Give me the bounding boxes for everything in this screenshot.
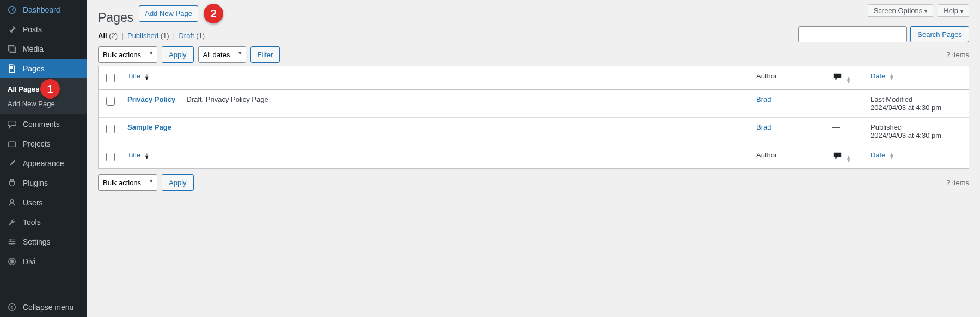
filter-all-count: (2) [109,32,118,40]
column-comments-foot[interactable]: ▲▼ [827,145,865,168]
sidebar-item-divi[interactable]: Divi [0,252,87,271]
items-count-top: 2 items [946,51,969,59]
column-title[interactable]: Title ▲▼ [122,66,751,90]
sidebar-item-posts[interactable]: Posts [0,20,87,39]
sidebar-item-tools[interactable]: Tools [0,212,87,232]
search-box: Search Pages [798,26,969,42]
sort-icon: ▲▼ [846,77,852,83]
brush-icon [7,158,17,169]
sidebar-item-media[interactable]: Media [0,39,87,59]
sidebar-item-pages[interactable]: Pages [0,59,87,78]
search-input[interactable] [798,26,907,42]
bulk-actions-select-top[interactable]: Bulk actions [98,46,157,63]
collapse-menu[interactable]: Collapse menu [0,297,87,317]
user-icon [7,197,17,208]
sidebar-item-projects[interactable]: Projects [0,134,87,154]
row-title-link[interactable]: Sample Page [127,123,171,131]
collapse-icon [7,302,17,313]
row-comments: — [827,90,865,117]
sidebar-subitem-add-new[interactable]: Add New Page [0,96,87,111]
column-author-foot: Author [751,145,827,168]
admin-sidebar: Dashboard Posts Media Pages All Pages 1 … [0,0,87,317]
filter-published-count: (1) [161,32,169,40]
filter-all[interactable]: All [98,32,107,40]
row-date-value: 2024/04/03 at 4:30 pm [871,131,963,139]
chevron-down-icon [960,7,963,15]
page-title: Pages [98,5,133,27]
add-new-page-button[interactable]: Add New Page [139,5,198,22]
chevron-down-icon [924,7,927,15]
plug-icon [7,178,17,188]
bulk-actions-select-bottom[interactable]: Bulk actions [98,174,157,191]
sidebar-item-label: Divi [23,257,35,266]
sidebar-item-label: Pages [23,64,45,73]
apply-button-bottom[interactable]: Apply [162,174,194,191]
sidebar-item-label: Tools [23,218,41,227]
sidebar-item-dashboard[interactable]: Dashboard [0,0,87,20]
sidebar-item-label: Dashboard [23,5,60,14]
svg-point-3 [11,243,13,245]
pin-icon [7,24,17,35]
date-filter-select[interactable]: All dates [198,46,246,63]
svg-point-1 [10,239,11,241]
tablenav-top: Bulk actions Apply All dates Filter 2 it… [98,46,969,63]
sidebar-item-settings[interactable]: Settings [0,232,87,252]
column-title-foot[interactable]: Title ▲▼ [122,145,751,168]
select-all-top[interactable] [106,74,115,82]
gauge-icon [7,4,17,15]
search-pages-button[interactable]: Search Pages [910,26,969,42]
column-date[interactable]: Date ▲▼ [865,66,969,90]
sidebar-submenu-pages: All Pages 1 Add New Page [0,78,87,114]
row-date-status: Published [871,123,963,131]
sidebar-item-plugins[interactable]: Plugins [0,173,87,193]
filter-button[interactable]: Filter [250,46,280,63]
help-label: Help [944,7,958,15]
row-date-value: 2024/04/03 at 4:30 pm [871,103,963,112]
sidebar-item-label: Media [23,45,44,53]
screen-options-label: Screen Options [874,7,923,15]
sort-icon: ▲▼ [144,153,150,159]
row-title-link[interactable]: Privacy Policy [127,95,175,103]
sidebar-item-comments[interactable]: Comments [0,114,87,134]
column-comments[interactable]: ▲▼ [827,66,865,90]
divi-icon [7,256,17,267]
row-checkbox[interactable] [106,97,115,106]
comment-icon [832,72,842,82]
collapse-label: Collapse menu [23,303,74,312]
filter-draft[interactable]: Draft [179,32,194,40]
sidebar-item-label: Projects [23,139,51,148]
sidebar-item-label: Appearance [23,159,64,168]
sidebar-item-users[interactable]: Users [0,193,87,212]
sidebar-subitem-label: Add New Page [8,100,55,108]
media-icon [7,44,17,54]
sidebar-item-appearance[interactable]: Appearance [0,154,87,173]
sidebar-item-label: Plugins [23,179,48,187]
wrench-icon [7,217,17,228]
row-checkbox[interactable] [106,125,115,133]
column-date-foot[interactable]: Date ▲▼ [865,145,969,168]
sort-icon: ▲▼ [889,74,895,80]
help-button[interactable]: Help [938,4,969,17]
row-author-link[interactable]: Brad [756,123,771,131]
sliders-icon [7,236,17,247]
portfolio-icon [7,138,17,149]
sidebar-item-label: Settings [23,237,51,246]
sort-icon: ▲▼ [144,74,150,80]
row-author-link[interactable]: Brad [756,95,771,103]
sidebar-item-label: Comments [23,120,60,129]
annotation-badge-1: 1 [40,79,60,99]
apply-button-top[interactable]: Apply [162,46,194,63]
sidebar-item-label: Posts [23,25,42,34]
svg-point-2 [13,241,14,243]
tablenav-bottom: Bulk actions Apply 2 items [98,174,969,191]
sidebar-subitem-all-pages[interactable]: All Pages 1 [0,82,87,96]
sidebar-subitem-label: All Pages [8,85,40,93]
screen-options-button[interactable]: Screen Options [868,4,934,17]
filter-published[interactable]: Published [127,32,158,40]
svg-point-0 [10,200,13,203]
main-content: Screen Options Help Pages Add New Page 2… [87,0,980,317]
row-title-suffix: — Draft, Privacy Policy Page [175,95,268,103]
items-count-bottom: 2 items [946,179,969,187]
annotation-badge-2: 2 [204,4,223,23]
select-all-bottom[interactable] [106,153,115,161]
